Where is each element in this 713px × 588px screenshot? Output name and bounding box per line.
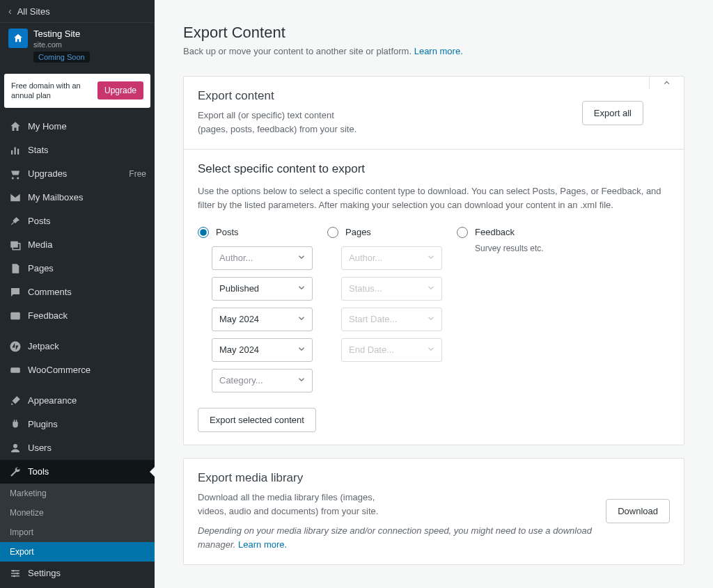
learn-more-link[interactable]: Learn more. (414, 46, 463, 56)
specific-title: Select specific content to export (198, 162, 670, 176)
all-sites-link[interactable]: ‹ All Sites (0, 0, 155, 23)
mail-icon (8, 191, 22, 205)
export-content-header: Export content Export all (or specific) … (184, 77, 684, 150)
nav-label: My Mailboxes (28, 192, 83, 202)
nav-my-home[interactable]: My Home (0, 115, 155, 138)
radio-pages-label[interactable]: Pages (345, 227, 371, 237)
svg-rect-9 (10, 367, 20, 373)
export-media-card: Export media library Download all the me… (183, 458, 684, 566)
export-media-desc: Download all the media library files (im… (198, 491, 606, 518)
nav-label: Tools (28, 466, 49, 477)
radio-posts[interactable] (198, 227, 209, 238)
posts-end-date-select[interactable]: May 2024 (212, 338, 313, 362)
export-content-title: Export content (198, 89, 582, 103)
woocommerce-icon (8, 363, 22, 377)
nav-posts[interactable]: Posts (0, 209, 155, 233)
plugin-icon (8, 418, 22, 431)
chevron-down-icon (426, 344, 436, 356)
radio-pages[interactable] (327, 227, 338, 238)
nav-label: Feedback (28, 310, 68, 321)
svg-point-10 (13, 444, 17, 448)
svg-rect-1 (15, 147, 16, 154)
specific-desc: Use the options below to select a specif… (198, 184, 670, 212)
nav-appearance[interactable]: Appearance (0, 389, 155, 413)
svg-point-16 (13, 575, 15, 577)
sidebar-nav: My Home Stats Upgrades Free My Mailboxes… (0, 115, 155, 588)
nav-label: Pages (28, 263, 54, 273)
export-content-card: Export content Export all (or specific) … (183, 76, 684, 445)
nav-label: My Home (28, 121, 67, 132)
nav-collapse[interactable]: Collapse menu (0, 585, 155, 588)
chevron-down-icon (297, 344, 306, 356)
download-button[interactable]: Download (606, 499, 670, 523)
nav-comments[interactable]: Comments (0, 280, 155, 304)
all-sites-label: All Sites (17, 6, 50, 17)
coming-soon-badge: Coming Soon (33, 51, 90, 63)
nav-label: Media (28, 239, 52, 250)
export-selected-button[interactable]: Export selected content (198, 408, 316, 432)
nav-plugins[interactable]: Plugins (0, 413, 155, 436)
nav-woocommerce[interactable]: WooCommerce (0, 358, 155, 382)
home-icon (8, 120, 22, 134)
chevron-down-icon (297, 252, 306, 264)
svg-rect-5 (10, 312, 20, 319)
main-content: Export Content Back up or move your cont… (155, 0, 713, 588)
sub-export[interactable]: Export (0, 542, 155, 562)
posts-start-date-select[interactable]: May 2024 (212, 308, 313, 331)
nav-tools[interactable]: Tools (0, 460, 155, 484)
nav-stats[interactable]: Stats (0, 138, 155, 162)
pages-end-date-select: End Date... (341, 338, 442, 362)
wrench-icon (8, 465, 22, 479)
nav-feedback[interactable]: Feedback (0, 304, 155, 328)
posts-category-select[interactable]: Category... (212, 369, 313, 392)
nav-users[interactable]: Users (0, 436, 155, 460)
export-media-header: Export media library Download all the me… (184, 459, 684, 565)
nav-jetpack[interactable]: Jetpack (0, 335, 155, 358)
page-subtitle: Back up or move your content to another … (183, 46, 684, 56)
pages-icon (8, 262, 22, 276)
pages-column: Pages Author... Status... Start Date... (327, 227, 457, 392)
nav-label: WooCommerce (28, 365, 91, 375)
pin-icon (8, 214, 22, 228)
nav-settings[interactable]: Settings (0, 562, 155, 585)
users-icon (8, 441, 22, 455)
posts-status-select[interactable]: Published (212, 277, 313, 301)
radio-feedback[interactable] (457, 227, 468, 238)
svg-rect-3 (10, 241, 18, 247)
current-site-block[interactable]: Testing Site site.com Coming Soon (0, 23, 155, 70)
sub-marketing[interactable]: Marketing (0, 484, 155, 503)
chevron-down-icon (426, 283, 436, 294)
chevron-down-icon (426, 252, 436, 264)
cart-icon (8, 167, 22, 181)
posts-author-select[interactable]: Author... (212, 246, 313, 270)
nav-pages[interactable]: Pages (0, 257, 155, 280)
sub-import[interactable]: Import (0, 523, 155, 542)
svg-point-14 (13, 569, 15, 571)
export-media-title: Export media library (198, 471, 606, 485)
export-content-desc: Export all (or specific) text content (p… (198, 109, 582, 136)
settings-icon (8, 566, 22, 580)
svg-rect-6 (13, 314, 19, 315)
upgrade-button[interactable]: Upgrade (97, 81, 143, 100)
nav-label: Stats (28, 145, 49, 155)
nav-media[interactable]: Media (0, 233, 155, 257)
pages-start-date-select: Start Date... (341, 308, 442, 331)
nav-upgrades[interactable]: Upgrades Free (0, 162, 155, 186)
export-all-button[interactable]: Export all (582, 101, 643, 125)
radio-feedback-label[interactable]: Feedback (475, 227, 515, 237)
sidebar: ‹ All Sites Testing Site site.com Coming… (0, 0, 155, 588)
chevron-down-icon (297, 313, 306, 325)
nav-label: Posts (28, 216, 51, 226)
nav-mailboxes[interactable]: My Mailboxes (0, 186, 155, 209)
brush-icon (8, 394, 22, 408)
promo-text: Free domain with an annual plan (11, 81, 97, 101)
nav-label: Jetpack (28, 341, 59, 351)
collapse-toggle[interactable] (649, 77, 684, 89)
chevron-down-icon (297, 283, 306, 294)
radio-posts-label[interactable]: Posts (216, 227, 239, 237)
sub-monetize[interactable]: Monetize (0, 503, 155, 523)
media-learn-more-link[interactable]: Learn more. (238, 539, 287, 550)
nav-label: Upgrades (28, 168, 67, 179)
nav-label: Plugins (28, 419, 58, 429)
free-badge: Free (129, 169, 146, 179)
